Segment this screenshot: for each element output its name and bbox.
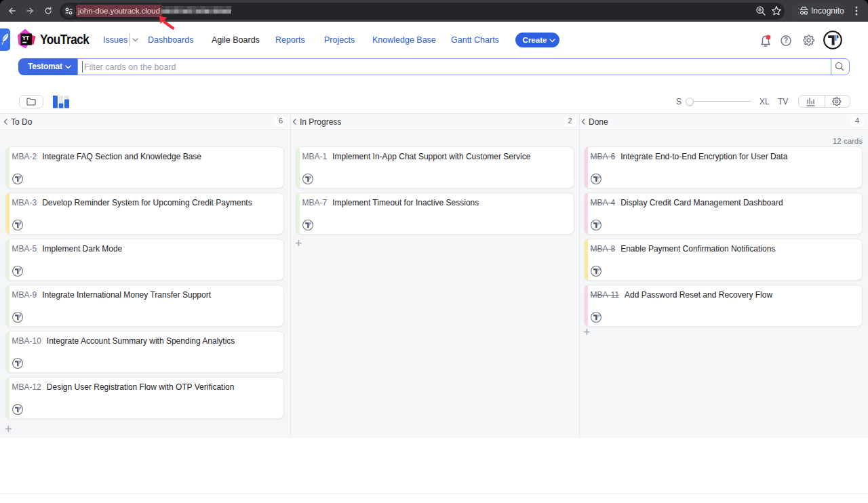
- svg-text:YT: YT: [22, 35, 29, 41]
